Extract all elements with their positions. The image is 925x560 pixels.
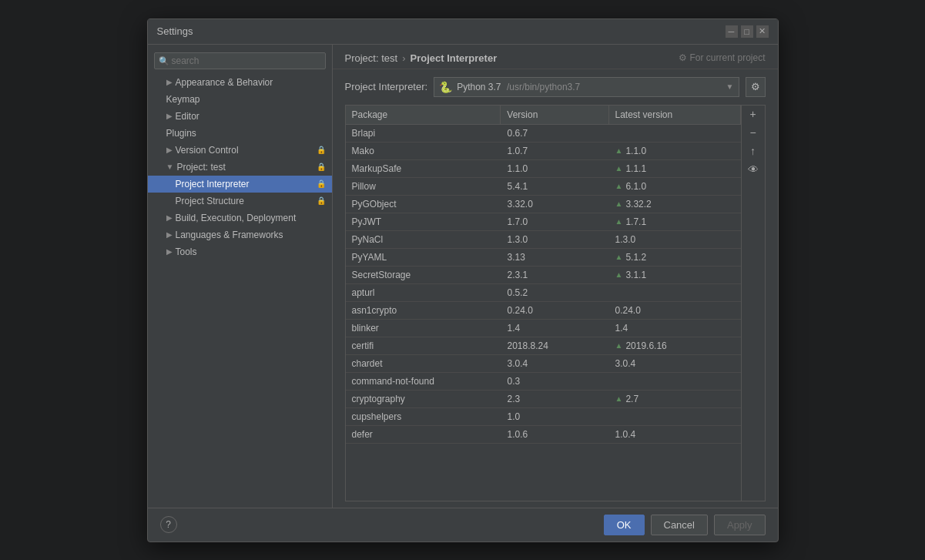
package-version: 0.3 [501, 373, 609, 390]
package-name: SecretStorage [346, 267, 501, 283]
table-row[interactable]: blinker1.41.4 [346, 320, 741, 337]
latest-version-text: 3.0.4 [615, 358, 636, 369]
table-row[interactable]: Brlapi0.6.7 [346, 125, 741, 143]
table-row[interactable]: apturl0.5.2 [346, 284, 741, 302]
dialog-title: Settings [157, 25, 193, 37]
table-row[interactable]: Pillow5.4.1▲6.1.0 [346, 178, 741, 196]
upgrade-arrow-icon: ▲ [615, 270, 623, 279]
expand-arrow-icon: ▶ [166, 230, 173, 239]
interpreter-gear-button[interactable]: ⚙ [746, 77, 766, 97]
sidebar-item-label: Languages & Frameworks [176, 230, 283, 240]
minimize-button[interactable]: ─ [726, 25, 738, 38]
lock-icon: 🔒 [317, 163, 326, 171]
table-row[interactable]: PyYAML3.13▲5.1.2 [346, 249, 741, 267]
lock-icon: 🔒 [317, 196, 326, 205]
search-icon: 🔍 [159, 55, 169, 65]
package-latest: 3.0.4 [609, 355, 741, 372]
latest-version-text: 0.24.0 [615, 305, 641, 316]
package-latest: 1.0.4 [609, 426, 741, 443]
interpreter-row: Project Interpreter: 🐍 Python 3.7 /usr/b… [333, 69, 778, 105]
ok-button[interactable]: OK [604, 515, 645, 535]
package-version: 1.3.0 [501, 231, 609, 248]
upgrade-arrow-icon: ▲ [615, 394, 623, 403]
expand-arrow-icon: ▼ [166, 163, 174, 171]
package-name: chardet [346, 355, 501, 372]
search-input[interactable] [154, 52, 326, 69]
apply-button[interactable]: Apply [714, 515, 766, 535]
sidebar-item-keymap[interactable]: Keymap [148, 91, 332, 108]
sidebar-item-build-execution[interactable]: ▶ Build, Execution, Deployment [148, 210, 332, 226]
table-row[interactable]: asn1crypto0.24.00.24.0 [346, 302, 741, 320]
dialog-footer: ? OK Cancel Apply [148, 508, 778, 542]
latest-version-text: 2019.6.16 [625, 340, 666, 351]
sidebar-item-languages-frameworks[interactable]: ▶ Languages & Frameworks [148, 226, 332, 243]
expand-arrow-icon: ▶ [166, 112, 173, 120]
table-row[interactable]: PyGObject3.32.0▲3.32.2 [346, 196, 741, 213]
package-version: 0.6.7 [501, 125, 609, 142]
package-version: 2018.8.24 [501, 337, 609, 354]
breadcrumb: Project: test › Project Interpreter ⚙ Fo… [333, 45, 778, 69]
remove-package-button[interactable]: − [745, 124, 762, 141]
sidebar-item-project-test[interactable]: ▼ Project: test 🔒 [148, 159, 332, 176]
footer-right: OK Cancel Apply [604, 515, 766, 535]
package-version: 0.24.0 [501, 302, 609, 319]
interpreter-path: /usr/bin/python3.7 [507, 82, 580, 92]
table-row[interactable]: PyNaCl1.3.01.3.0 [346, 231, 741, 249]
table-row[interactable]: cryptography2.3▲2.7 [346, 391, 741, 408]
package-latest: ▲3.1.1 [609, 267, 741, 283]
package-name: Mako [346, 143, 501, 159]
sidebar-item-tools[interactable]: ▶ Tools [148, 243, 332, 260]
upgrade-arrow-icon: ▲ [615, 217, 623, 226]
package-version: 3.13 [501, 249, 609, 266]
breadcrumb-note: ⚙ For current project [679, 52, 765, 63]
table-row[interactable]: chardet3.0.43.0.4 [346, 355, 741, 373]
expand-arrow-icon: ▶ [166, 247, 173, 256]
cancel-button[interactable]: Cancel [651, 515, 708, 535]
package-name: PyJWT [346, 213, 501, 230]
close-button[interactable]: ✕ [756, 25, 769, 38]
package-name: PyNaCl [346, 231, 501, 248]
latest-version-text: 1.0.4 [615, 429, 636, 440]
package-latest: 1.4 [609, 320, 741, 337]
table-row[interactable]: Mako1.0.7▲1.1.0 [346, 143, 741, 160]
interpreter-value: Python 3.7 /usr/bin/python3.7 [457, 82, 721, 92]
package-version: 2.3 [501, 391, 609, 407]
table-row[interactable]: command-not-found0.3 [346, 373, 741, 391]
interpreter-label: Project Interpreter: [345, 81, 428, 92]
lock-icon: 🔒 [317, 179, 326, 188]
breadcrumb-current: Project Interpreter [410, 52, 497, 64]
titlebar-buttons: ─ □ ✕ [726, 25, 769, 38]
help-button[interactable]: ? [160, 516, 177, 533]
search-wrap: 🔍 [148, 48, 332, 74]
table-row[interactable]: cupshelpers1.0 [346, 408, 741, 426]
table-row[interactable]: PyJWT1.7.0▲1.7.1 [346, 213, 741, 231]
sidebar-item-project-structure[interactable]: Project Structure 🔒 [148, 193, 332, 210]
maximize-button[interactable]: □ [741, 25, 753, 38]
latest-version-text: 1.7.1 [625, 216, 646, 227]
show-details-button[interactable]: 👁 [745, 161, 762, 178]
package-name: blinker [346, 320, 501, 337]
upgrade-package-button[interactable]: ↑ [745, 143, 762, 159]
upgrade-arrow-icon: ▲ [615, 253, 623, 261]
package-name: defer [346, 426, 501, 443]
expand-arrow-icon: ▶ [166, 213, 173, 222]
table-row[interactable]: MarkupSafe1.1.0▲1.1.1 [346, 160, 741, 178]
upgrade-arrow-icon: ▲ [615, 182, 623, 190]
package-name: asn1crypto [346, 302, 501, 319]
table-row[interactable]: certifi2018.8.24▲2019.6.16 [346, 337, 741, 355]
package-latest: ▲3.32.2 [609, 196, 741, 213]
table-row[interactable]: SecretStorage2.3.1▲3.1.1 [346, 267, 741, 284]
settings-dialog: Settings ─ □ ✕ 🔍 ▶ Appear [147, 18, 779, 542]
interpreter-select[interactable]: 🐍 Python 3.7 /usr/bin/python3.7 ▼ [434, 77, 739, 97]
settings-sidebar: 🔍 ▶ Appearance & Behavior Keymap ▶ Edito… [148, 45, 333, 508]
sidebar-item-version-control[interactable]: ▶ Version Control 🔒 [148, 142, 332, 159]
add-package-button[interactable]: + [745, 106, 762, 122]
table-row[interactable]: defer1.0.61.0.4 [346, 426, 741, 444]
sidebar-item-appearance[interactable]: ▶ Appearance & Behavior [148, 74, 332, 91]
package-version: 3.0.4 [501, 355, 609, 372]
latest-version-text: 6.1.0 [625, 181, 646, 192]
sidebar-item-plugins[interactable]: Plugins [148, 125, 332, 142]
sidebar-item-editor[interactable]: ▶ Editor [148, 108, 332, 125]
table-actions: + − ↑ 👁 [741, 106, 765, 501]
sidebar-item-project-interpreter[interactable]: Project Interpreter 🔒 [148, 176, 332, 193]
